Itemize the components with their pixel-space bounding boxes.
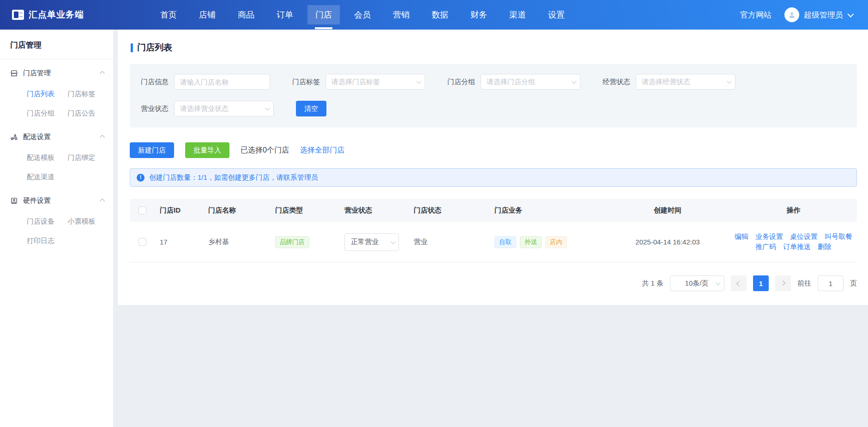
nav-item-finance[interactable]: 财务 [463, 5, 495, 24]
page-title: 门店列表 [137, 42, 172, 54]
banner-text: 创建门店数量：1/1，如需创建更多门店，请联系管理员 [149, 173, 318, 182]
pagination-total: 共 1 条 [642, 279, 663, 288]
nav-item-shop[interactable]: 店铺 [191, 5, 223, 24]
sidebar-group-label: 门店管理 [23, 69, 101, 78]
edit-link[interactable]: 编辑 [735, 232, 748, 241]
create-store-button[interactable]: 新建门店 [130, 142, 174, 158]
store-status-cell: 营业 [409, 238, 490, 246]
select-placeholder: 请选择门店标签 [332, 78, 416, 86]
sidebar-item-print-logs[interactable]: 打印日志 [27, 231, 68, 250]
filter-label: 门店标签 [292, 78, 320, 86]
hardware-device-icon [10, 196, 18, 205]
next-page-button[interactable] [775, 275, 791, 291]
brand-name: 汇点单业务端 [29, 9, 84, 21]
prev-page-button[interactable] [731, 275, 747, 291]
page-number-1[interactable]: 1 [753, 275, 769, 291]
selected-count-text: 已选择0个门店 [241, 146, 289, 155]
user-menu[interactable]: 超级管理员 [784, 7, 852, 22]
chevron-left-icon [736, 281, 741, 286]
sidebar-item-store-groups[interactable]: 门店分组 [27, 104, 68, 123]
sidebar-item-store-list[interactable]: 门店列表 [27, 84, 68, 104]
nav-item-stores[interactable]: 门店 [307, 5, 340, 24]
nav-item-data[interactable]: 数据 [424, 5, 456, 24]
top-navbar: 汇点单业务端 首页 店铺 商品 订单 门店 会员 营销 数据 财务 渠道 设置 … [0, 0, 868, 30]
col-header-business-status: 营业状态 [340, 206, 409, 215]
operations-cell: 编辑 业务设置 桌位设置 叫号取餐 推广码 订单推送 删除 [735, 232, 852, 251]
sidebar-group-store-management[interactable]: 门店管理 [0, 62, 113, 84]
store-table: 门店ID 门店名称 门店类型 营业状态 门店状态 门店业务 创建时间 操作 17… [130, 199, 857, 262]
official-site-link[interactable]: 官方网站 [740, 10, 772, 20]
chevron-down-icon [416, 79, 422, 84]
store-id-cell: 17 [155, 238, 204, 246]
col-header-store-id: 门店ID [155, 206, 204, 215]
nav-item-channels[interactable]: 渠道 [501, 5, 534, 24]
operating-status-select[interactable]: 请选择经营状态 [636, 74, 735, 90]
store-name-cell: 乡村基 [204, 238, 271, 246]
store-tag-select[interactable]: 请选择门店标签 [326, 74, 425, 90]
business-settings-link[interactable]: 业务设置 [755, 232, 783, 241]
divider [0, 59, 113, 59]
col-header-store-type: 门店类型 [271, 206, 340, 215]
chevron-down-icon [391, 238, 396, 244]
title-accent-bar [131, 43, 133, 52]
filter-panel: 门店信息 门店标签 请选择门店标签 门店分组 请选择门店分组 [130, 64, 857, 128]
chevron-right-icon [780, 281, 785, 286]
business-status-row-select[interactable]: 正常营业 [344, 233, 399, 251]
nav-item-orders[interactable]: 订单 [269, 5, 301, 24]
filter-label: 门店分组 [447, 78, 475, 86]
promo-code-link[interactable]: 推广码 [755, 243, 776, 251]
delete-link[interactable]: 删除 [818, 243, 832, 251]
col-header-store-name: 门店名称 [204, 206, 271, 215]
filter-business-status: 营业状态 请选择营业状态 [141, 101, 274, 116]
sidebar-item-delivery-templates[interactable]: 配送模板 [27, 148, 68, 167]
nav-item-marketing[interactable]: 营销 [385, 5, 417, 24]
chevron-down-icon [265, 105, 270, 110]
filter-label: 经营状态 [603, 78, 630, 86]
pagination: 共 1 条 10条/页 1 前往 页 [130, 275, 857, 291]
nav-item-goods[interactable]: 商品 [230, 5, 262, 24]
row-checkbox[interactable] [139, 238, 146, 246]
clear-filters-button[interactable]: 清空 [296, 101, 326, 116]
brand-logo-icon [12, 10, 24, 20]
select-all-stores-link[interactable]: 选择全部门店 [300, 146, 344, 155]
chevron-down-icon [727, 79, 732, 84]
sidebar-group-items: 门店列表 门店标签 门店分组 门店公告 [0, 84, 113, 126]
store-group-select[interactable]: 请选择门店分组 [481, 74, 580, 90]
col-header-store-status: 门店状态 [409, 206, 490, 215]
sidebar-item-store-notices[interactable]: 门店公告 [68, 104, 109, 123]
service-tag-delivery: 外送 [520, 236, 542, 248]
batch-import-button[interactable]: 批量导入 [185, 142, 229, 158]
sidebar-item-delivery-channels[interactable]: 配送渠道 [27, 167, 68, 187]
nav-item-home[interactable]: 首页 [152, 5, 185, 24]
table-settings-link[interactable]: 桌位设置 [790, 232, 818, 241]
nav-item-settings[interactable]: 设置 [540, 5, 573, 24]
sidebar-group-items: 配送模板 门店绑定 配送渠道 [0, 148, 113, 189]
info-icon: ! [137, 174, 145, 182]
call-number-pickup-link[interactable]: 叫号取餐 [825, 232, 852, 241]
select-placeholder: 请选择经营状态 [642, 78, 727, 86]
goto-page-input[interactable] [818, 275, 844, 291]
select-placeholder: 请选择门店分组 [487, 78, 572, 86]
order-push-link[interactable]: 订单推送 [783, 243, 811, 251]
sidebar-group-hardware-settings[interactable]: 硬件设置 [0, 189, 113, 212]
actions-row: 新建门店 批量导入 已选择0个门店 选择全部门店 [130, 142, 857, 158]
sidebar-group-label: 配送设置 [23, 133, 101, 141]
sidebar-item-store-devices[interactable]: 门店设备 [27, 212, 68, 231]
sidebar-item-receipt-templates[interactable]: 小票模板 [68, 212, 109, 231]
filter-store-tag: 门店标签 请选择门店标签 [292, 74, 425, 90]
sidebar-group-items: 门店设备 小票模板 打印日志 [0, 212, 113, 253]
store-name-input[interactable] [174, 74, 270, 90]
table-row: 17 乡村基 品牌门店 正常营业 营业 自取 外送 店内 [130, 222, 857, 262]
sidebar-group-delivery-settings[interactable]: 配送设置 [0, 126, 113, 148]
sidebar-item-store-binding[interactable]: 门店绑定 [68, 148, 109, 167]
goto-label: 前往 [797, 279, 811, 288]
nav-item-members[interactable]: 会员 [346, 5, 379, 24]
user-icon [788, 11, 796, 19]
filter-label: 门店信息 [141, 78, 169, 86]
page-size-select[interactable]: 10条/页 [670, 275, 724, 291]
avatar [784, 7, 799, 22]
sidebar-item-store-tags[interactable]: 门店标签 [68, 84, 109, 104]
business-status-select[interactable]: 请选择营业状态 [174, 101, 274, 116]
select-all-checkbox[interactable] [139, 207, 146, 214]
delivery-scooter-icon [10, 133, 18, 141]
